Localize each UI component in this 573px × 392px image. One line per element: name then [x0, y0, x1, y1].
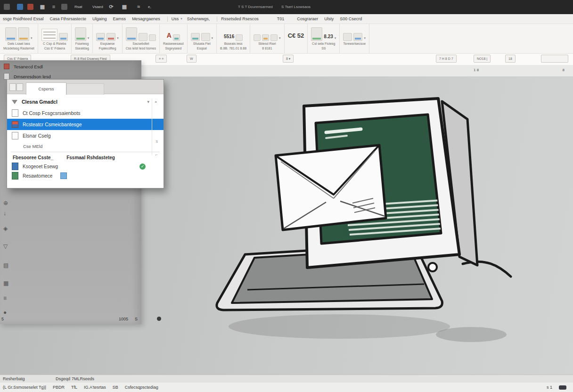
shape-icon[interactable]: ◈ [3, 225, 8, 232]
table-icon[interactable]: ▦ [121, 4, 128, 12]
export-icon[interactable] [311, 27, 322, 41]
mini-tab-icon[interactable] [16, 83, 23, 91]
record-icon[interactable]: ● [3, 309, 7, 316]
ribbon: ▾ Dats Lsaat lass Mcsdetasg Rastemet C C… [0, 24, 573, 54]
bottom-item[interactable]: TfL [71, 385, 77, 390]
new-window-icon[interactable] [353, 33, 362, 41]
value-label: 8.23 [324, 34, 333, 41]
tab[interactable]: T01 [277, 16, 285, 21]
stats-icon[interactable] [236, 34, 243, 41]
bottom-item[interactable]: PBDR [53, 385, 65, 390]
bottom-item[interactable]: Csfecsqpsctediag [125, 385, 158, 390]
app-icon[interactable] [4, 4, 10, 10]
context-row[interactable]: Tesanecd Esdl [4, 64, 43, 69]
lines-icon[interactable]: ≈ [135, 4, 142, 12]
menu-item[interactable]: Cse MEld [7, 141, 164, 151]
ribbon-group-icons: ▾ [254, 26, 281, 41]
format-icon[interactable] [59, 33, 68, 41]
rules-icon[interactable] [126, 27, 137, 41]
menu-item[interactable]: Elsnar Cselg [7, 130, 164, 141]
layout-icon[interactable]: ▤ [3, 262, 8, 269]
funnel-icon [12, 100, 17, 104]
toolbar-segment[interactable]: W [187, 55, 196, 63]
ribbon-group-icons: C€ 52 [288, 26, 304, 41]
tab[interactable]: Mesagrgaenes [132, 16, 160, 21]
menu-item[interactable]: Ct Cosp Fcsgcsrsaienbots [7, 107, 164, 119]
refresh-icon[interactable]: ⟳ [107, 4, 115, 12]
bottom-item[interactable]: IG.A'tesrtas [84, 385, 106, 390]
ribbon-group: ▾ Sfusata Fiel Esqsal [188, 24, 217, 53]
add-icon[interactable]: ⊕ [3, 200, 8, 206]
menu-item-selected[interactable]: Rcsteatcr Csmeicbantesge [7, 119, 164, 130]
menu-item[interactable]: Resawtomece [7, 171, 164, 180]
styles-list-icon[interactable] [41, 29, 57, 41]
context-row[interactable]: Dmseresdson lesd [4, 73, 51, 80]
tool-icon[interactable] [61, 4, 67, 10]
new-item-icon[interactable] [75, 27, 86, 41]
list-icon[interactable]: ≡ [50, 4, 57, 12]
tab[interactable]: S00 Csecrd [340, 16, 362, 21]
send-receive-icon[interactable] [191, 33, 200, 41]
tab[interactable]: Eamss [113, 16, 126, 21]
paste-icon[interactable] [5, 27, 16, 41]
read-aloud-icon[interactable] [173, 34, 180, 41]
dropdown-tab-inactive[interactable] [66, 83, 104, 95]
chevron-right-icon[interactable]: » [155, 100, 157, 104]
laptop-email-illustration [203, 92, 514, 360]
toolbar-segment[interactable]: NO18 | [474, 55, 491, 63]
page-letter: S [135, 317, 138, 321]
ribbon-group-label: Fssetesg [75, 42, 89, 46]
ribbon-group: Sacsebdtet Css lelst tesd bsmes [123, 24, 160, 53]
flag-icon[interactable]: ▽ [3, 243, 8, 250]
filter-icon[interactable]: ▼ [147, 100, 150, 104]
font-style-icon[interactable]: A [167, 32, 172, 41]
ribbon-group-icons: ▾ [75, 26, 90, 41]
mini-tab-icon[interactable] [9, 83, 16, 91]
pane-handle-dot[interactable] [157, 317, 161, 321]
tab[interactable]: Uss [172, 16, 179, 21]
clipboard-icon[interactable] [18, 27, 29, 41]
grid-icon[interactable]: ▦ [3, 280, 8, 286]
undo-icon[interactable] [27, 4, 33, 10]
titlebar-label[interactable]: Vsaed [92, 5, 103, 9]
tab[interactable]: Ulgaing [92, 16, 107, 21]
chevron-down-icon: ▾ [88, 36, 90, 41]
menu-icon[interactable]: ≡ [3, 295, 7, 302]
titlebar-label[interactable]: Rsat [74, 5, 82, 9]
toolbar-segment[interactable] [541, 55, 568, 63]
tab[interactable]: Cosgraraer [297, 16, 318, 21]
filter-icon[interactable] [270, 34, 278, 41]
reply-icon[interactable] [96, 33, 105, 41]
bottom-item[interactable]: SB [113, 385, 118, 390]
ribbon-group-label: Bsseais less [224, 42, 243, 46]
document-icon [12, 109, 18, 117]
delete-icon[interactable] [106, 33, 115, 41]
sort-icon[interactable] [262, 34, 269, 41]
menu-item[interactable]: Clesna Gmadcl ▼ » [7, 96, 164, 107]
dropdown-body: Clesna Gmadcl ▼ » Ct Cosp Fcsgcsrsaienbo… [7, 94, 164, 180]
window-icon[interactable] [343, 33, 352, 41]
menu-item-label: Elsnar Cselg [23, 133, 51, 139]
dropdown-tab[interactable]: Csperss [26, 82, 66, 95]
view-icon[interactable] [254, 34, 261, 41]
folder-icon[interactable] [201, 33, 210, 41]
toolbar-segment[interactable]: ≡ ≡ [156, 55, 167, 63]
ribbon-group-label: Ssgeyseed [165, 47, 181, 50]
ribbon-group-label: B.8B. 781.01 8.88 [220, 47, 246, 50]
save-icon[interactable] [17, 4, 23, 10]
tab[interactable]: Rssetsded Rsescos [221, 16, 259, 21]
tags-icon[interactable] [149, 34, 156, 41]
download-icon[interactable]: ↓ [3, 210, 6, 217]
toolbar-segment[interactable]: 8 ▾ [283, 55, 294, 63]
tab[interactable]: Ssherwwgs, [187, 16, 210, 21]
grid-icon[interactable]: ▦ [39, 4, 46, 12]
toolbar-segment[interactable]: 18 [505, 55, 516, 63]
status-bar: Resherbatg Dsgeqd 7MLRseeds [0, 375, 573, 383]
zoom-handle[interactable] [559, 385, 566, 390]
toolbar-segment[interactable]: 7 H 8 D 7 [436, 55, 457, 63]
menu-item[interactable]: Ksogeoet Esewg ✓ [7, 162, 164, 171]
move-icon[interactable] [139, 33, 147, 41]
tab[interactable]: Casa Fthsrsastecte [50, 16, 87, 21]
tab[interactable]: Ulsty [324, 16, 334, 21]
tab[interactable]: ssge Rsidhteed Essal [3, 16, 44, 21]
